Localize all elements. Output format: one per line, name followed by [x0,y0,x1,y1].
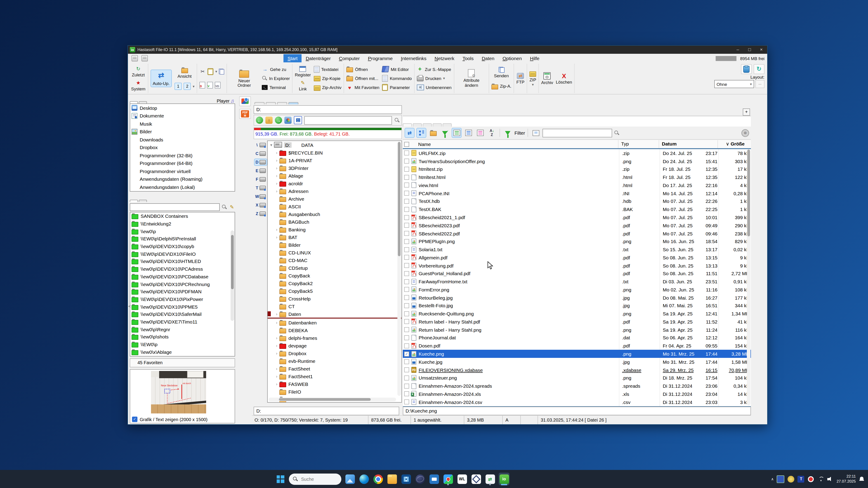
header-typ[interactable]: Typ [618,140,659,148]
pdf-manager-button[interactable]: PDF M [239,109,251,119]
zur-s-mappe-button[interactable]: +Zur S.-Mappe [417,65,452,73]
print-caret-icon[interactable]: ▾ [443,76,445,80]
file-row[interactable]: Return label - Harry Stahl.png .png Sa 1… [403,326,751,334]
tree-row[interactable]: › Adressen [268,187,401,195]
tree-row[interactable]: CD-LINUX [268,249,401,256]
sidebar-collapse-handle[interactable]: < [128,304,131,308]
drive-button[interactable]: C [254,150,267,157]
tree-row[interactable]: CDSetup [268,264,401,271]
row-checkbox[interactable] [404,175,409,180]
thumb-view-button[interactable] [475,128,485,138]
tree-search-icon[interactable] [394,118,400,123]
folder-tab[interactable] [288,102,298,104]
taskbar-app[interactable] [485,473,495,485]
clear-filter-icon[interactable]: ⊗ [741,129,749,137]
file-row[interactable]: Solaria1.txt .txt So 15. Jun. 25 13:17 0… [403,246,751,254]
system-button[interactable]: ★System [131,79,145,91]
tree-row[interactable]: CopyBack2 [268,279,401,287]
file-row[interactable]: ✓ Kueche.png .png Mo 31. Mrz. 25 17:44 3… [403,350,751,358]
tree-row[interactable]: › FactSheet [268,365,401,372]
file-search-input[interactable] [543,129,612,137]
row-checkbox[interactable] [404,247,409,252]
taskbar-clock[interactable]: 22:11 27.07.2025 [837,474,856,484]
row-checkbox[interactable] [404,167,409,172]
tree-row[interactable]: Ausgabenbuch [268,210,401,218]
senden-button[interactable]: Senden [491,67,512,78]
auto-refresh-button[interactable]: ⇄ [405,128,414,138]
tree-row[interactable]: CD-MAC [268,256,401,264]
row-checkbox[interactable] [404,263,409,268]
file-row[interactable]: SBescheid2021_1.pdf .pdf Mo 07. Jul. 25 … [403,213,751,221]
list-view-button[interactable] [452,128,462,138]
archiv-button[interactable]: Archiv [541,72,553,85]
oeffnen-mit-button[interactable]: Öffnen mit... [346,74,379,83]
expander-icon[interactable]: › [274,335,279,340]
file-row[interactable]: GuestPortal_Holland.pdf .pdf So 08. Jun.… [403,269,751,278]
pane-2-button[interactable]: 2 [184,83,191,90]
tree-row[interactable]: Bilder [268,241,401,249]
expander-icon[interactable]: › [274,382,279,386]
favorite-item[interactable]: \\ew0\p\DEV\DX10\PCRechnung [130,280,235,288]
file-row[interactable]: RetourBeleg.jpg .jpg Do 08. Mai. 25 16:2… [403,294,751,302]
layout-more-button[interactable]: ... [755,80,765,88]
favorite-item[interactable]: \\EW0\p [130,340,235,348]
row-checkbox[interactable] [404,359,409,364]
neuer-ordner-button[interactable]: Neuer Ordner [229,68,259,89]
system-folder-item[interactable]: Anwendungsdaten (Roaming) [130,175,235,183]
ansicht-button[interactable]: Ansicht [175,67,194,78]
grid-view-button[interactable] [294,116,302,124]
header-datum[interactable]: Datum [659,140,717,148]
system-folder-item[interactable]: Programmordner (32-Bit) [130,151,235,159]
menu-item[interactable]: Programme [364,54,397,62]
file-row[interactable]: Kueche.jpg .jpg Mo 31. Mrz. 25 17:44 1,5… [403,358,751,366]
row-checkbox[interactable] [404,327,409,332]
favorites-tab[interactable] [139,200,147,202]
system-folder-item[interactable]: Bilder [130,128,235,135]
tree-row[interactable]: › Datenbanken [268,319,401,326]
row-checkbox[interactable] [404,191,409,196]
search-icon[interactable] [221,204,227,210]
file-row[interactable]: htmltest.zip .zip Fr 18. Jul. 25 12:35 1… [403,165,751,173]
view-tab[interactable] [423,123,432,127]
system-folder-item[interactable]: Downloads [130,135,235,143]
expander-icon[interactable]: › [274,150,279,155]
tray-chevron-icon[interactable]: ∧ [771,477,774,481]
favorite-item[interactable]: \\ew0\p\DEV\DX10\HTMLED [130,258,235,265]
file-bottom-path[interactable]: D:\Kueche.png [403,407,751,415]
row-checkbox[interactable] [404,151,409,156]
tree-row[interactable]: › FactSheet1 [268,372,401,380]
favorite-item[interactable]: \\ew0\p\DEV\DX10\PCAdress [130,265,235,273]
gehe-zu-button[interactable]: →Gehe zu [262,65,290,73]
row-checkbox[interactable] [404,335,409,340]
taskbar-app[interactable]: io [499,473,509,485]
tree-vscrollbar[interactable] [397,142,401,396]
row-checkbox[interactable] [404,344,409,348]
paste-button[interactable] [208,68,213,75]
system-folder-item[interactable]: Dokumente [130,112,235,120]
row-checkbox[interactable] [404,239,409,244]
favorite-item[interactable]: \\ew0\p\DEV\DX10\copyb [130,242,235,250]
refresh-button[interactable]: ↻ [754,64,765,74]
expander-icon[interactable]: › [274,312,279,316]
folder-tab[interactable] [277,102,287,104]
file-row[interactable]: FormError.png .png Mo 02. Jun. 25 11:16 … [403,286,751,294]
favorite-item[interactable]: \\ew0\p\DEV\DXE7\Timo11 [130,318,235,325]
title-bar[interactable]: io Hastasoft File-IO 11.1 [Windows 11, 6… [128,46,767,54]
file-row[interactable]: URLFMX.zip .zip Do 24. Jul. 25 23:17 78 … [403,149,751,157]
drive-button[interactable]: X [254,201,267,209]
copy-v-button[interactable]: V [207,82,213,89]
menu-item[interactable]: Daten [477,54,498,62]
file-row[interactable]: TestX.hdb .hdb Mo 07. Jul. 25 22:26 1 kb [403,197,751,205]
tree-row[interactable]: › Dropbox [268,349,401,357]
favorite-item[interactable]: \\ew0\p\DEV\DX10\PCDatabase [130,273,235,280]
file-row[interactable]: Bestellt-Foto.jpg .jpg Mi 07. Mai. 25 16… [403,302,751,310]
slideshow-button[interactable] [531,128,541,138]
file-row[interactable]: Einnahmen-Amazon-2024.xls .xls Di 31.12.… [403,390,751,398]
sidebar-tab[interactable] [139,101,147,103]
zip-kopie-button[interactable]: Zip-Kopie [313,74,342,83]
file-row[interactable]: Allgemein.pdf .pdf So 08. Jun. 25 13:15 … [403,254,751,262]
expander-icon[interactable]: › [274,366,279,371]
tree-filter-input[interactable] [304,116,392,125]
tree-row[interactable]: › FASWEB [268,380,401,388]
open-folder-button[interactable] [428,128,438,138]
